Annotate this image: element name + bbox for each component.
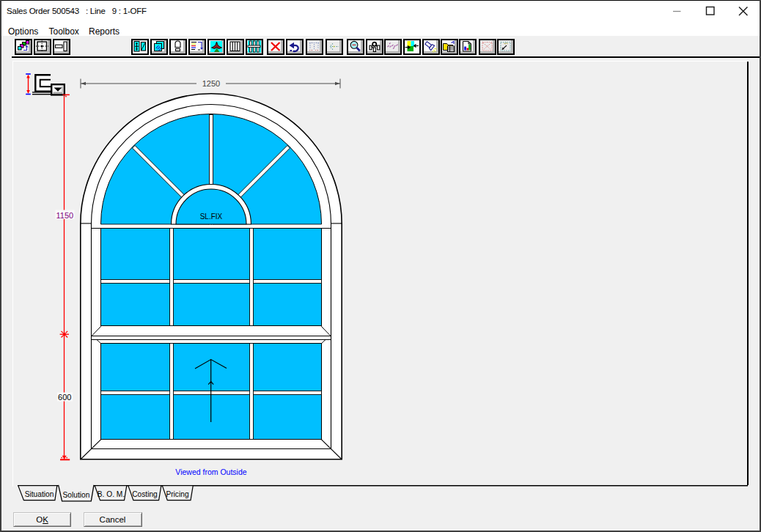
svg-text:Viewed from Outside: Viewed from Outside (175, 468, 246, 476)
svg-text:Solution: Solution (63, 491, 90, 499)
svg-text:SL.FIX: SL.FIX (200, 213, 223, 221)
svg-text:B. O. M.: B. O. M. (98, 490, 125, 498)
svg-text:600: 600 (58, 393, 71, 402)
svg-text:1250: 1250 (202, 79, 220, 88)
svg-text:Situation: Situation (25, 490, 54, 498)
svg-text:1150: 1150 (56, 211, 73, 220)
svg-text:Pricing: Pricing (166, 490, 188, 498)
svg-text:Costing: Costing (132, 490, 158, 498)
